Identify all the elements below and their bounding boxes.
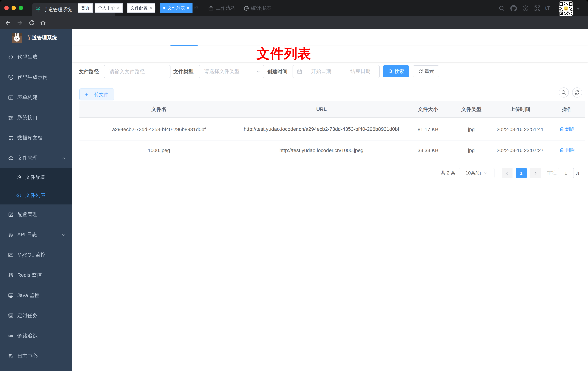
start-date-placeholder[interactable]: 开始日期 — [302, 68, 340, 75]
tag-file-config[interactable]: 文件配置 × — [127, 3, 155, 13]
sidebar-item-system-api[interactable]: 系统接口 — [0, 108, 72, 128]
doc-edit-icon — [8, 353, 14, 359]
sidebar-item-log-center[interactable]: 日志中心 — [0, 346, 72, 366]
topnav-report[interactable]: 统计报表 — [243, 0, 271, 16]
cell-filename: 1000.jpeg — [79, 147, 238, 153]
sidebar-item-config-manage[interactable]: 配置管理 — [0, 204, 72, 225]
favicon-plant-icon — [35, 7, 41, 12]
sidebar-item-label: 代码生成示例 — [17, 74, 48, 81]
font-size-icon[interactable]: tT — [545, 5, 550, 11]
sidebar-item-code-generate[interactable]: 代码生成 — [0, 47, 72, 67]
tag-file-list[interactable]: 文件列表 × — [160, 3, 192, 13]
tag-profile[interactable]: 个人中心 × — [95, 3, 123, 13]
close-window-button[interactable] — [4, 6, 9, 10]
file-type-select[interactable]: 请选择文件类型 — [199, 65, 264, 78]
tag-close-icon[interactable]: × — [149, 5, 152, 11]
tag-label: 文件配置 — [130, 5, 148, 11]
col-header-time: 上传时间 — [491, 106, 549, 113]
maximize-window-button[interactable] — [19, 6, 23, 10]
cell-time: 2022-03-16 23:51:41 — [491, 126, 549, 132]
sidebar-menu: 代码生成 代码生成示例 表单构建 系统接口 数据库文档 文件管理 — [0, 47, 72, 366]
sidebar-item-trace[interactable]: 链路追踪 — [0, 326, 72, 346]
minimize-window-button[interactable] — [11, 6, 16, 10]
sidebar-item-mysql-monitor[interactable]: MySQL 监控 — [0, 245, 72, 265]
table-row: 1000.jpeg http://test.yudao.iocoder.cn/1… — [79, 141, 585, 160]
upload-file-button[interactable]: + 上传文件 — [79, 88, 114, 100]
page-size-select[interactable]: 10条/页 — [459, 168, 494, 178]
app-title: 芋道管理系统 — [27, 35, 57, 41]
sidebar-item-db-doc[interactable]: 数据库文档 — [0, 128, 72, 148]
code-icon — [8, 54, 14, 60]
page-number-current[interactable]: 1 — [516, 168, 527, 178]
reload-icon[interactable] — [29, 19, 35, 26]
java-monitor-icon — [8, 293, 14, 298]
sidebar-item-label: Java 监控 — [17, 292, 40, 299]
browser-window: 芋道管理系统 × + 127.0.0.1:1024/infra/file/fil… — [0, 0, 588, 371]
browser-toolbar: 127.0.0.1:1024/infra/file/file 11 ⌘ y — [0, 16, 588, 29]
plus-icon: + — [85, 92, 88, 97]
delete-button[interactable]: 删除 — [559, 147, 575, 154]
sidebar-item-label: 数据库文档 — [17, 135, 43, 141]
table-refresh-button[interactable] — [572, 87, 582, 97]
cloud-download-icon — [8, 155, 14, 161]
date-range-picker[interactable]: 开始日期 - 结束日期 — [293, 65, 380, 78]
header-search-icon[interactable] — [498, 5, 505, 11]
sidebar-item-form-builder[interactable]: 表单构建 — [0, 87, 72, 108]
avatar-caret-icon[interactable] — [577, 8, 580, 10]
sidebar-item-label: 定时任务 — [17, 312, 38, 319]
next-page-button[interactable] — [530, 168, 541, 178]
chevron-down-icon — [62, 233, 66, 237]
prev-page-button[interactable] — [502, 168, 513, 178]
help-icon[interactable] — [522, 5, 529, 11]
reset-button[interactable]: 重置 — [413, 65, 439, 77]
tag-home[interactable]: 首页 — [78, 3, 93, 13]
delete-button[interactable]: 删除 — [559, 126, 575, 132]
file-type-placeholder: 请选择文件类型 — [204, 68, 256, 75]
sidebar-logo[interactable]: 芋道管理系统 — [0, 29, 72, 47]
file-path-input[interactable] — [104, 65, 170, 78]
eye-icon — [8, 333, 14, 339]
cell-time: 2022-03-16 23:07:27 — [491, 147, 549, 153]
upload-button-label: 上传文件 — [90, 91, 108, 98]
file-type-label: 文件类型 — [173, 69, 194, 75]
tag-close-icon[interactable]: × — [187, 5, 189, 11]
topnav-workflow[interactable]: 工作流程 — [208, 0, 236, 16]
briefcase-icon — [208, 5, 214, 11]
avatar-qr-code[interactable] — [559, 1, 573, 16]
goto-page-input[interactable] — [558, 168, 574, 178]
sidebar-item-code-demo[interactable]: 代码生成示例 — [0, 67, 72, 87]
github-icon[interactable] — [510, 5, 517, 11]
cell-type: jpg — [452, 147, 491, 153]
forward-icon[interactable] — [17, 19, 23, 26]
edit-square-icon — [8, 212, 14, 217]
back-icon[interactable] — [5, 19, 11, 26]
tag-label: 文件列表 — [168, 5, 185, 11]
search-icon — [388, 69, 393, 74]
table-search-toggle-button[interactable] — [559, 87, 569, 97]
search-button-label: 搜索 — [395, 68, 404, 74]
sidebar-item-api-log[interactable]: API 日志 — [0, 225, 72, 245]
sidebar-item-file-config[interactable]: 文件配置 — [0, 168, 72, 186]
goto-label: 前往 — [547, 170, 556, 176]
sidebar-item-scheduled-jobs[interactable]: 定时任务 — [0, 306, 72, 326]
refresh-icon — [418, 69, 423, 74]
form-grid-icon — [8, 95, 14, 100]
search-button[interactable]: 搜索 — [383, 65, 409, 77]
file-path-input-field[interactable] — [104, 65, 170, 78]
delete-label: 删除 — [565, 147, 575, 154]
sidebar-item-java-monitor[interactable]: Java 监控 — [0, 285, 72, 306]
dashboard-icon — [243, 5, 249, 11]
tag-close-icon[interactable]: × — [117, 5, 120, 11]
tag-label: 首页 — [81, 5, 90, 11]
sidebar-item-label: 文件列表 — [25, 192, 45, 199]
cell-url: http://test.yudao.iocoder.cn/1000.jpeg — [238, 147, 405, 154]
sidebar-item-file-list[interactable]: 文件列表 — [0, 186, 72, 204]
reset-button-label: 重置 — [425, 68, 434, 74]
end-date-placeholder[interactable]: 结束日期 — [342, 68, 379, 75]
fullscreen-icon[interactable] — [534, 5, 541, 11]
table-row: a294ecb2-73dd-4353-bf40-296b8931d0bf htt… — [79, 118, 585, 141]
sidebar-item-file-manage[interactable]: 文件管理 — [0, 148, 72, 168]
home-icon[interactable] — [40, 19, 46, 26]
sidebar-item-redis-monitor[interactable]: Redis 监控 — [0, 265, 72, 285]
chevron-down-icon — [256, 69, 260, 74]
